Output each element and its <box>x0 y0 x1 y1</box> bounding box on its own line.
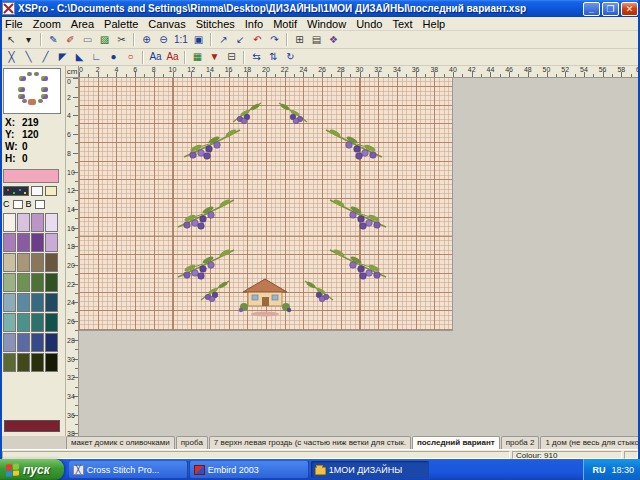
palette-tool[interactable]: ▦ <box>189 50 206 65</box>
menu-help[interactable]: Help <box>418 17 451 31</box>
palette-swatch[interactable] <box>17 293 30 312</box>
brush-tool[interactable]: ✐ <box>62 32 79 47</box>
bead-tool[interactable]: ○ <box>122 50 139 65</box>
palette-swatch[interactable] <box>3 333 16 352</box>
half-stitch-back-tool[interactable]: ╲ <box>20 50 37 65</box>
three-quarter-stitch-tool[interactable]: ◣ <box>71 50 88 65</box>
menu-stitches[interactable]: Stitches <box>191 17 240 31</box>
motif-tool[interactable]: ❖ <box>325 32 342 47</box>
menu-zoom[interactable]: Zoom <box>28 17 66 31</box>
eraser-tool[interactable]: ▭ <box>79 32 96 47</box>
menu-motif[interactable]: Motif <box>268 17 302 31</box>
palette-swatch[interactable] <box>45 273 58 292</box>
task-button[interactable]: ╳Cross Stitch Pro... <box>69 461 187 478</box>
grid-toggle[interactable]: ⊞ <box>291 32 308 47</box>
design-tab-1[interactable]: проба <box>176 436 208 449</box>
palette-swatch[interactable] <box>45 213 58 232</box>
palette-swatch[interactable] <box>45 353 58 372</box>
rotate-tool[interactable]: ↻ <box>282 50 299 65</box>
flip-horizontal-tool[interactable]: ⇆ <box>248 50 265 65</box>
c-checkbox[interactable] <box>13 200 23 209</box>
palette-swatch[interactable] <box>17 253 30 272</box>
palette-swatch[interactable] <box>17 233 30 252</box>
zoom-in-tool[interactable]: ⊕ <box>138 32 155 47</box>
scissors-tool[interactable]: ✂ <box>113 32 130 47</box>
palette-swatch[interactable] <box>3 273 16 292</box>
palette-swatch[interactable] <box>17 353 30 372</box>
palette-swatch[interactable] <box>31 333 44 352</box>
design-tab-0[interactable]: макет домик с оливочками <box>66 436 175 449</box>
menu-info[interactable]: Info <box>240 17 268 31</box>
menu-file[interactable]: File <box>0 17 28 31</box>
palette-swatch[interactable] <box>31 253 44 272</box>
close-button[interactable]: ✕ <box>621 2 638 16</box>
menu-text[interactable]: Text <box>387 17 417 31</box>
pattern-library-tool[interactable]: ⊟ <box>223 50 240 65</box>
palette-swatch[interactable] <box>31 353 44 372</box>
palette-swatch[interactable] <box>31 233 44 252</box>
menu-area[interactable]: Area <box>66 17 99 31</box>
fill-tool[interactable]: ▨ <box>96 32 113 47</box>
palette-swatch[interactable] <box>17 273 30 292</box>
flip-vertical-tool[interactable]: ⇅ <box>265 50 282 65</box>
redo-button[interactable]: ↷ <box>266 32 283 47</box>
arrow-up-right-tool[interactable]: ↗ <box>215 32 232 47</box>
start-button[interactable]: пуск <box>0 459 64 480</box>
palette-swatch[interactable] <box>3 233 16 252</box>
palette-swatch[interactable] <box>31 213 44 232</box>
cream-swatch[interactable] <box>45 186 57 196</box>
rulers-toggle[interactable]: ▤ <box>308 32 325 47</box>
arrow-down-left-tool[interactable]: ↙ <box>232 32 249 47</box>
design-tab-5[interactable]: 1 дом (не весь для стыковки) <box>540 436 640 449</box>
palette-swatch[interactable] <box>3 253 16 272</box>
text-tool-sans[interactable]: Aa <box>164 50 181 65</box>
menu-canvas[interactable]: Canvas <box>143 17 190 31</box>
palette-swatch[interactable] <box>45 333 58 352</box>
palette-swatch[interactable] <box>17 213 30 232</box>
white-swatch[interactable] <box>31 186 43 196</box>
menu-palette[interactable]: Palette <box>99 17 143 31</box>
design-preview[interactable] <box>3 68 61 114</box>
palette-swatch[interactable] <box>45 313 58 332</box>
zoom-actual-tool[interactable]: 1:1 <box>172 32 190 47</box>
design-tab-3[interactable]: последний вариант <box>412 436 500 449</box>
quarter-stitch-tool[interactable]: ◤ <box>54 50 71 65</box>
stitch-grid[interactable] <box>79 78 453 331</box>
palette-swatch[interactable] <box>3 353 16 372</box>
multicolor-swatch[interactable] <box>3 186 29 196</box>
palette-swatch[interactable] <box>45 253 58 272</box>
palette-swatch[interactable] <box>17 313 30 332</box>
design-tab-4[interactable]: проба 2 <box>501 436 540 449</box>
undo-button[interactable]: ↶ <box>249 32 266 47</box>
selected-color-swatch[interactable] <box>3 169 59 183</box>
back-stitch-tool[interactable]: ∟ <box>88 50 105 65</box>
tool-dropdown[interactable]: ▾ <box>20 32 37 47</box>
palette-swatch[interactable] <box>31 293 44 312</box>
color-picker-tool[interactable]: ▼ <box>206 50 223 65</box>
french-knot-tool[interactable]: ● <box>105 50 122 65</box>
palette-swatch[interactable] <box>3 293 16 312</box>
pencil-tool[interactable]: ✎ <box>45 32 62 47</box>
minimize-button[interactable]: _ <box>583 2 600 16</box>
maximize-button[interactable]: ❐ <box>602 2 619 16</box>
palette-swatch[interactable] <box>45 293 58 312</box>
palette-swatch[interactable] <box>45 233 58 252</box>
task-button[interactable]: 1МОИ ДИЗАЙНЫ <box>311 461 429 478</box>
menu-window[interactable]: Window <box>302 17 351 31</box>
task-button[interactable]: Embird 2003 <box>190 461 308 478</box>
language-indicator[interactable]: RU <box>592 465 605 475</box>
palette-swatch[interactable] <box>3 213 16 232</box>
palette-swatch[interactable] <box>31 313 44 332</box>
zoom-out-tool[interactable]: ⊖ <box>155 32 172 47</box>
palette-swatch[interactable] <box>17 333 30 352</box>
text-tool-serif[interactable]: Aa <box>147 50 164 65</box>
menu-undo[interactable]: Undo <box>351 17 387 31</box>
b-checkbox[interactable] <box>35 200 45 209</box>
full-stitch-tool[interactable]: ╳ <box>3 50 20 65</box>
design-tab-2[interactable]: 7 верхн левая гроздь (с частью ниж ветки… <box>209 436 411 449</box>
footer-color-swatch[interactable] <box>4 420 60 432</box>
palette-swatch[interactable] <box>31 273 44 292</box>
pointer-tool[interactable]: ↖ <box>3 32 20 47</box>
palette-swatch[interactable] <box>3 313 16 332</box>
zoom-fit-tool[interactable]: ▣ <box>190 32 207 47</box>
